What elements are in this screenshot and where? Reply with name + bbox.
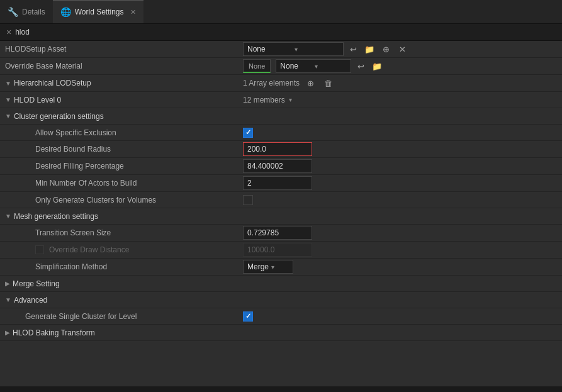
material-asset-row: None None ▾ ↩ 📁 — [243, 59, 384, 73]
cluster-generation-arrow-icon: ▼ — [5, 113, 11, 120]
merge-setting-value — [239, 283, 562, 285]
search-bar: × — [0, 24, 562, 41]
mesh-generation-label: ▼ Mesh generation settings — [0, 210, 239, 223]
cluster-generation-settings-section[interactable]: ▼ Cluster generation settings — [0, 108, 562, 125]
desired-bound-radius-input[interactable] — [243, 142, 312, 156]
override-draw-distance-row: Override Draw Distance — [0, 242, 562, 259]
min-actors-label: Min Number Of Actors to Build — [0, 176, 239, 190]
hlodsetup-asset-row: HLODSetup Asset None ▾ ↩ 📁 ⊕ ✕ — [0, 41, 562, 58]
hierarchical-lodsetup-label: ▼ Hierarchical LODSetup — [0, 76, 239, 90]
search-input[interactable] — [15, 28, 556, 36]
desired-bound-radius-value — [239, 141, 562, 157]
tab-bar: 🔧 Details 🌐 World Settings ✕ — [0, 0, 562, 24]
properties-panel: HLODSetup Asset None ▾ ↩ 📁 ⊕ ✕ Override … — [0, 41, 562, 386]
material-none-button[interactable]: None — [243, 59, 271, 73]
mesh-generation-value — [239, 215, 562, 218]
hlod-baking-transform-arrow-icon: ▶ — [5, 329, 10, 336]
hlodsetup-asset-value: None ▾ ↩ 📁 ⊕ ✕ — [239, 41, 562, 57]
clear-asset-button[interactable]: ✕ — [395, 42, 409, 56]
tab-details-label: Details — [22, 8, 45, 16]
allow-specific-exclusion-checkbox-wrap — [243, 128, 253, 138]
allow-specific-exclusion-label: Allow Specific Exclusion — [0, 126, 239, 140]
tab-details[interactable]: 🔧 Details — [0, 0, 53, 23]
desired-filling-percentage-label: Desired Filling Percentage — [0, 159, 239, 173]
transition-screen-size-label: Transition Screen Size — [0, 226, 239, 240]
transition-screen-size-input[interactable] — [243, 226, 312, 240]
tab-world-settings-label: World Settings — [75, 8, 124, 16]
hlod-level-0-label: ▼ HLOD Level 0 — [0, 93, 239, 107]
advanced-section[interactable]: ▼ Advanced — [0, 292, 562, 308]
generate-single-cluster-label: Generate Single Cluster for Level — [0, 310, 239, 323]
details-icon: 🔧 — [8, 7, 18, 17]
min-actors-input[interactable] — [243, 176, 312, 190]
override-draw-distance-label: Override Draw Distance — [0, 243, 239, 257]
tab-world-settings[interactable]: 🌐 World Settings ✕ — [53, 0, 143, 23]
hierarchical-lodsetup-section[interactable]: ▼ Hierarchical LODSetup 1 Array elements… — [0, 75, 562, 92]
generate-single-cluster-checkbox-wrap — [243, 311, 253, 322]
material-dropdown[interactable]: None ▾ — [276, 59, 351, 73]
hlod-baking-transform-label: ▶ HLOD Baking Transform — [0, 326, 239, 340]
cluster-generation-label: ▼ Cluster generation settings — [0, 109, 239, 123]
desired-filling-percentage-value — [239, 158, 562, 174]
override-base-material-row: Override Base Material None None ▾ ↩ 📁 — [0, 58, 562, 75]
allow-specific-exclusion-checkbox[interactable] — [243, 128, 253, 138]
simplification-method-chevron-icon: ▾ — [271, 264, 289, 271]
material-browse-button[interactable]: ↩ — [354, 59, 368, 73]
only-generate-clusters-checkbox-wrap — [243, 195, 253, 205]
generate-single-cluster-row: Generate Single Cluster for Level — [0, 308, 562, 325]
advanced-value — [239, 299, 562, 301]
transition-screen-size-row: Transition Screen Size — [0, 225, 562, 242]
override-draw-distance-input[interactable] — [243, 243, 312, 257]
merge-setting-section[interactable]: ▶ Merge Setting — [0, 276, 562, 292]
advanced-label: ▼ Advanced — [0, 293, 239, 307]
add-array-element-button[interactable]: ⊕ — [303, 76, 317, 90]
generate-single-cluster-value — [239, 310, 562, 323]
allow-specific-exclusion-value — [239, 126, 562, 139]
generate-single-cluster-checkbox[interactable] — [243, 311, 253, 322]
override-draw-distance-value — [239, 242, 562, 258]
world-settings-icon: 🌐 — [60, 7, 71, 17]
transition-screen-size-value — [239, 225, 562, 241]
hlod-baking-transform-value — [239, 332, 562, 334]
min-actors-row: Min Number Of Actors to Build — [0, 175, 562, 192]
delete-array-element-button[interactable]: 🗑 — [321, 76, 335, 90]
hierarchical-lodsetup-value: 1 Array elements ⊕ 🗑 — [239, 75, 562, 91]
tab-close-button[interactable]: ✕ — [130, 8, 136, 16]
find-in-cb-button[interactable]: 📁 — [362, 42, 376, 56]
hlod-level-0-arrow-icon: ▼ — [5, 96, 11, 103]
hlodsetup-asset-dropdown[interactable]: None ▾ — [243, 42, 344, 56]
only-generate-clusters-row: Only Generate Clusters for Volumes — [0, 192, 562, 208]
hlod-baking-transform-section[interactable]: ▶ HLOD Baking Transform — [0, 325, 562, 341]
hlod-level-0-section[interactable]: ▼ HLOD Level 0 12 members ▾ — [0, 92, 562, 108]
advanced-arrow-icon: ▼ — [5, 296, 11, 303]
only-generate-clusters-value — [239, 194, 562, 206]
only-generate-clusters-label: Only Generate Clusters for Volumes — [0, 193, 239, 207]
desired-bound-radius-label: Desired Bound Radius — [0, 142, 239, 156]
merge-setting-label: ▶ Merge Setting — [0, 277, 239, 291]
mesh-generation-arrow-icon: ▼ — [5, 213, 11, 220]
simplification-method-dropdown[interactable]: Merge ▾ — [243, 260, 293, 274]
material-dropdown-chevron-icon: ▾ — [315, 63, 347, 70]
override-draw-distance-enable-checkbox[interactable] — [35, 245, 44, 254]
browse-button[interactable]: ↩ — [346, 42, 360, 56]
hierarchical-lodsetup-arrow-icon: ▼ — [5, 80, 11, 87]
override-base-material-value: None None ▾ ↩ 📁 — [239, 58, 562, 74]
mesh-generation-settings-section[interactable]: ▼ Mesh generation settings — [0, 208, 562, 225]
desired-bound-radius-row: Desired Bound Radius — [0, 141, 562, 158]
hlod-level-0-value: 12 members ▾ — [239, 94, 562, 106]
desired-filling-percentage-input[interactable] — [243, 159, 312, 173]
simplification-method-label: Simplification Method — [0, 260, 239, 274]
material-find-button[interactable]: 📁 — [370, 59, 384, 73]
desired-filling-percentage-row: Desired Filling Percentage — [0, 158, 562, 175]
allow-specific-exclusion-row: Allow Specific Exclusion — [0, 125, 562, 141]
add-asset-button[interactable]: ⊕ — [379, 42, 393, 56]
hlodsetup-asset-label: HLODSetup Asset — [0, 42, 239, 56]
simplification-method-value: Merge ▾ — [239, 259, 562, 275]
merge-setting-arrow-icon: ▶ — [5, 280, 10, 287]
hlod-level-0-expand-icon: ▾ — [289, 96, 292, 103]
search-clear-button[interactable]: × — [6, 28, 11, 36]
cluster-generation-value — [239, 115, 562, 118]
simplification-method-row: Simplification Method Merge ▾ — [0, 259, 562, 276]
only-generate-clusters-checkbox[interactable] — [243, 195, 253, 205]
min-actors-value — [239, 175, 562, 191]
